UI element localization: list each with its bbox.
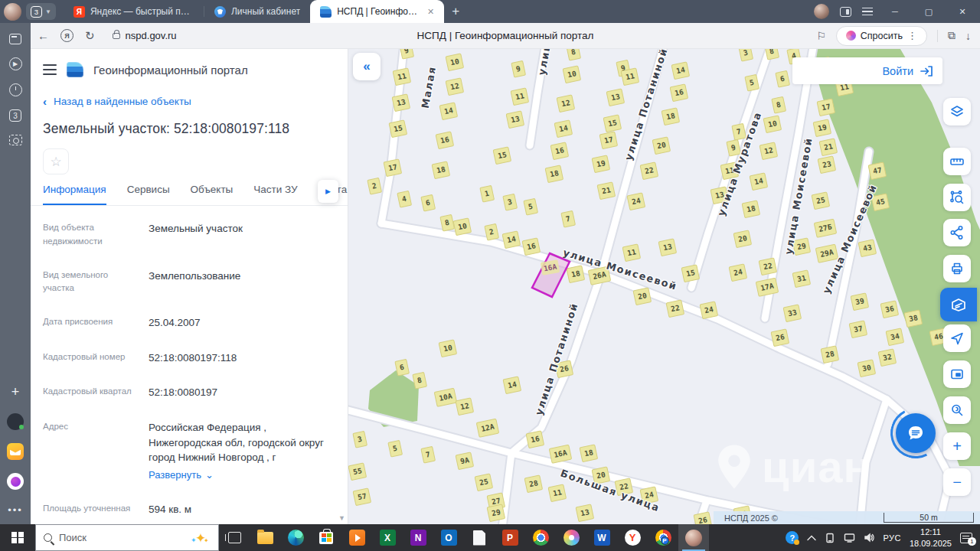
- share-icon: [949, 225, 965, 240]
- search-placeholder: Поиск: [59, 532, 87, 543]
- new-tab-button[interactable]: +: [452, 4, 459, 19]
- zoom-out-button[interactable]: −: [943, 468, 971, 496]
- films-tv[interactable]: [341, 524, 372, 551]
- taskbar-search[interactable]: Поиск ✦✦✦: [35, 524, 219, 551]
- tab-Информация[interactable]: Информация: [43, 184, 106, 205]
- edge[interactable]: [280, 524, 311, 551]
- ask-ai-button[interactable]: Спросить ⋮: [836, 26, 927, 46]
- tablet-icon[interactable]: [825, 533, 835, 543]
- download-icon[interactable]: ↓: [965, 30, 971, 42]
- excel[interactable]: X: [372, 524, 403, 551]
- collapse-panel-button[interactable]: «: [353, 53, 381, 80]
- layers-icon: [949, 104, 965, 119]
- messenger-icon[interactable]: [7, 413, 24, 430]
- chrome[interactable]: [525, 524, 556, 551]
- tabs-scroll-right-button[interactable]: ▶: [318, 180, 338, 203]
- login-bar[interactable]: Войти: [792, 57, 942, 84]
- start-button[interactable]: [0, 524, 35, 551]
- zoom-in-icon: +: [952, 438, 962, 455]
- add-panel-icon[interactable]: +: [11, 384, 20, 399]
- tab-Объекты[interactable]: Объекты: [191, 184, 234, 205]
- tab-close-icon[interactable]: ✕: [427, 7, 434, 17]
- menu-icon[interactable]: [43, 64, 57, 75]
- locate-button[interactable]: [943, 324, 971, 352]
- browser-menu-icon[interactable]: [862, 8, 873, 16]
- tab-group-button[interactable]: 3 ▼: [26, 3, 56, 20]
- tray-expand-icon[interactable]: [807, 535, 816, 541]
- maximize-button[interactable]: ▢: [917, 7, 940, 17]
- field-row: Кадастровый номер52:18:0080197:118: [43, 341, 335, 376]
- back-link[interactable]: ‹ Назад в найденные объекты: [31, 82, 348, 108]
- field-label: Кадастровый квартал: [43, 385, 141, 400]
- microsoft-store[interactable]: [311, 524, 341, 551]
- parcel[interactable]: 26: [693, 511, 712, 524]
- map-canvas[interactable]: 9101112131415161718246810911131513581012…: [348, 49, 980, 524]
- outlook[interactable]: O: [433, 524, 464, 551]
- browser-profile-avatar[interactable]: [4, 3, 21, 21]
- map-notes-button-active[interactable]: [940, 288, 977, 321]
- file-explorer[interactable]: [250, 524, 280, 551]
- chrome-profile[interactable]: P: [648, 524, 678, 551]
- zoom-in-button[interactable]: +: [943, 432, 971, 460]
- panels-icon[interactable]: [9, 34, 21, 44]
- overview-map-button[interactable]: [943, 360, 971, 388]
- scroll-down-icon[interactable]: ▼: [338, 514, 345, 522]
- tab-Части ЗУ[interactable]: Части ЗУ: [253, 184, 297, 205]
- side-panels-icon[interactable]: [840, 7, 851, 17]
- ruler-button[interactable]: [943, 148, 971, 175]
- nspd-favicon: [320, 6, 332, 18]
- browser-tab[interactable]: ЯЯндекс — быстрый поиск: [64, 0, 204, 23]
- caret-down-icon: ⌄: [205, 468, 214, 483]
- minimize-button[interactable]: ─: [884, 7, 906, 16]
- select-objects-button[interactable]: [943, 184, 971, 211]
- attribution-text: НСПД 2025 ©: [724, 514, 778, 523]
- print-button[interactable]: [943, 255, 971, 282]
- yandex-browser[interactable]: Y: [617, 524, 648, 551]
- ask-menu-icon[interactable]: ⋮: [907, 30, 917, 41]
- video-icon[interactable]: ▶: [9, 57, 22, 70]
- lock-icon[interactable]: [113, 33, 120, 39]
- taskbar-clock[interactable]: 12:11 18.09.2025: [910, 527, 952, 549]
- yandex-button-icon[interactable]: Я: [60, 29, 74, 42]
- help-icon[interactable]: ?: [786, 531, 799, 544]
- mail-icon[interactable]: [7, 443, 24, 460]
- yandex-browser-active[interactable]: [678, 524, 709, 551]
- collections-icon[interactable]: ⧉: [948, 29, 956, 42]
- tabs-count-icon[interactable]: 3: [9, 109, 21, 122]
- close-button[interactable]: ✕: [951, 7, 974, 17]
- url-text[interactable]: nspd.gov.ru: [126, 30, 177, 41]
- network-icon[interactable]: [844, 533, 855, 543]
- favorite-button[interactable]: ☆: [43, 148, 69, 174]
- locate-icon: [949, 331, 965, 346]
- onenote[interactable]: N: [403, 524, 433, 551]
- layers-button[interactable]: [943, 98, 971, 126]
- field-label: Площадь уточненная: [43, 502, 141, 517]
- browser-tab[interactable]: Личный кабинет: [204, 0, 310, 23]
- feedback-fab[interactable]: [892, 409, 939, 457]
- task-view[interactable]: [219, 524, 250, 551]
- word[interactable]: W: [586, 524, 617, 551]
- volume-icon[interactable]: [864, 533, 874, 543]
- powerpoint[interactable]: P: [495, 524, 525, 551]
- paint[interactable]: [556, 524, 586, 551]
- field-row: Площадь уточненная594 кв. м: [43, 492, 335, 524]
- back-icon[interactable]: ←: [38, 29, 49, 42]
- notepad[interactable]: [464, 524, 495, 551]
- bookmark-icon[interactable]: ⚐: [816, 30, 826, 42]
- refresh-icon[interactable]: ↻: [85, 29, 95, 43]
- browser-tab[interactable]: НСПД | Геоинформаци✕: [310, 0, 444, 23]
- language-indicator[interactable]: РУС: [883, 533, 901, 543]
- sync-avatar[interactable]: [814, 4, 829, 19]
- zoom-out-icon: −: [952, 474, 962, 491]
- expand-link[interactable]: Развернуть⌄: [149, 468, 214, 483]
- history-icon[interactable]: [9, 83, 22, 96]
- notification-icon[interactable]: 1: [960, 533, 972, 543]
- more-icon[interactable]: •••: [8, 504, 23, 516]
- edge-icon: [288, 530, 304, 546]
- field-row: Кадастровый квартал52:18:0080197: [43, 375, 335, 410]
- share-button[interactable]: [943, 219, 971, 246]
- search-location-button[interactable]: [943, 396, 971, 424]
- alice-icon[interactable]: [7, 473, 24, 490]
- screenshot-icon[interactable]: [9, 135, 22, 145]
- tab-Сервисы[interactable]: Сервисы: [127, 184, 170, 205]
